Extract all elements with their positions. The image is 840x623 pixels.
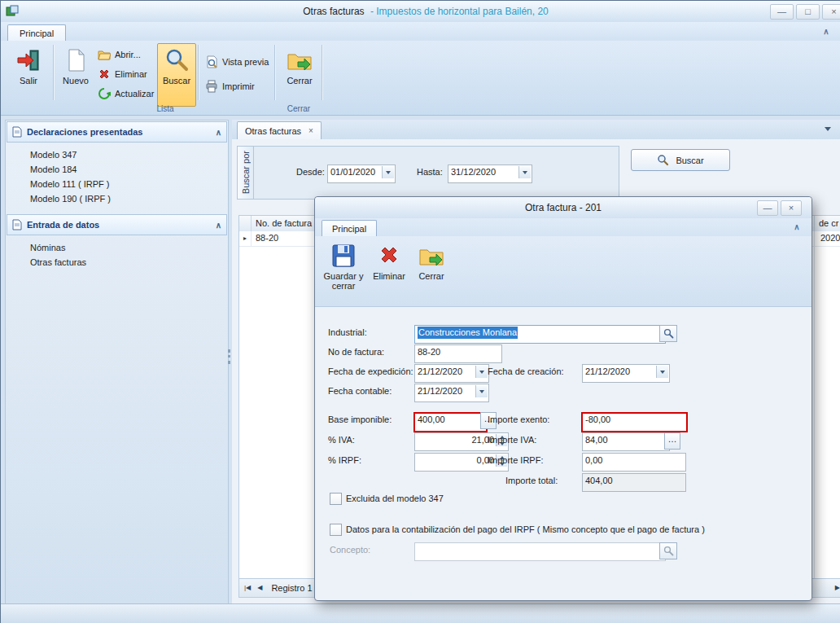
dialog-title-bar: Otra factura - 201 — × xyxy=(315,197,812,219)
eliminar-icon xyxy=(377,243,401,269)
datos-irpf-checkbox[interactable] xyxy=(330,524,342,536)
abrir-button[interactable]: Abrir... xyxy=(95,46,143,64)
record-count-label: Registro 1 d xyxy=(271,583,319,593)
vista-previa-label: Vista previa xyxy=(222,57,269,67)
maximize-icon[interactable]: □ xyxy=(796,4,820,20)
industrial-selected-text: Construcciones Monlana xyxy=(418,327,518,339)
abrir-label: Abrir... xyxy=(115,50,141,59)
concepto-label: Concepto: xyxy=(330,542,370,558)
importe-exento-input[interactable]: -80,00 xyxy=(581,412,688,432)
magnifier-icon xyxy=(663,328,674,339)
section-entrada-header[interactable]: Entrada de datos ∧ xyxy=(7,214,227,235)
dialog-title: Otra factura - 201 xyxy=(315,202,812,213)
dialog-tab-principal[interactable]: Principal xyxy=(322,220,377,237)
fecha-contable-dropdown-icon[interactable] xyxy=(475,385,488,397)
dialog-eliminar-button[interactable]: Eliminar xyxy=(369,240,409,305)
grid-indicator-header xyxy=(239,216,252,232)
fecha-creacion-dropdown-icon[interactable] xyxy=(656,366,668,378)
dialog-cerrar-label: Cerrar xyxy=(418,271,444,281)
vista-previa-button[interactable]: Vista previa xyxy=(203,53,271,71)
importe-iva-ellipsis-button[interactable]: … xyxy=(664,432,680,450)
eliminar-button[interactable]: Eliminar xyxy=(95,65,150,83)
industrial-input[interactable]: Construcciones Monlana xyxy=(414,325,666,344)
base-imponible-input[interactable]: 400,00 xyxy=(413,412,488,432)
fecha-contable-label: Fecha contable: xyxy=(328,384,392,399)
base-imponible-label: Base imponible: xyxy=(328,412,392,428)
nav-first-icon[interactable]: |◀ xyxy=(242,581,253,594)
actualizar-button[interactable]: Actualizar xyxy=(95,85,156,103)
search-filter-panel: Desde: 01/01/2020 Hasta: 31/12/2020 xyxy=(253,146,619,200)
hasta-label: Hasta: xyxy=(417,165,443,180)
tab-list-dropdown-icon[interactable] xyxy=(825,127,831,131)
collapse-icon[interactable]: ∧ xyxy=(216,128,221,137)
no-factura-input[interactable]: 88-20 xyxy=(414,344,502,363)
minimize-icon[interactable]: — xyxy=(770,4,794,20)
collapse-icon[interactable]: ∧ xyxy=(216,221,221,230)
document-tab-strip: Otras facturas × xyxy=(232,120,840,140)
buscar-por-panel-tab[interactable]: Buscar por xyxy=(237,146,255,200)
industrial-label: Industrial: xyxy=(328,325,367,340)
nav-prev-icon[interactable]: ◀ xyxy=(255,581,265,594)
hasta-date-input[interactable]: 31/12/2020 xyxy=(448,165,532,183)
importe-irpf-label: Importe IRPF: xyxy=(488,453,543,468)
buscar-por-label: Buscar por xyxy=(241,151,251,194)
cerrar-button[interactable]: Cerrar xyxy=(279,43,320,107)
fecha-expedicion-input[interactable]: 21/12/2020 xyxy=(414,364,489,383)
fecha-expedicion-dropdown-icon[interactable] xyxy=(475,366,488,378)
dialog-tab-strip: Principal ∧ xyxy=(315,218,812,236)
scroll-right-icon[interactable]: ▶ xyxy=(833,581,840,594)
importe-irpf-input[interactable]: 0,00 xyxy=(582,453,686,472)
dialog-toolbar: Guardar y cerrar Eliminar Cerrar xyxy=(315,236,812,307)
close-icon[interactable]: × xyxy=(822,4,840,20)
grid-column-line xyxy=(814,231,815,578)
importe-iva-input[interactable]: 84,00 xyxy=(582,432,670,451)
industrial-lookup-button[interactable] xyxy=(659,325,677,342)
desde-label: Desde: xyxy=(296,165,325,180)
sidebar-item-modelo-190[interactable]: Modelo 190 ( IRPF ) xyxy=(30,191,111,206)
sidebar-item-modelo-347[interactable]: Modelo 347 xyxy=(30,147,77,162)
hasta-dropdown-icon[interactable] xyxy=(518,166,531,178)
ribbon-collapse-icon[interactable]: ∧ xyxy=(820,25,833,38)
guardar-cerrar-button[interactable]: Guardar y cerrar xyxy=(322,240,365,305)
sidebar-item-otras-facturas[interactable]: Otras facturas xyxy=(30,255,86,270)
dialog-collapse-icon[interactable]: ∧ xyxy=(790,221,803,234)
imprimir-button[interactable]: Imprimir xyxy=(203,77,257,95)
dialog-cerrar-button[interactable]: Cerrar xyxy=(413,240,450,305)
importe-total-readonly: 404,00 xyxy=(582,473,686,492)
salir-icon xyxy=(15,47,42,73)
otra-factura-dialog: Otra factura - 201 — × Principal ∧ Guard… xyxy=(314,196,812,601)
fecha-expedicion-label: Fecha de expedición: xyxy=(328,364,413,380)
pct-irpf-label: % IRPF: xyxy=(328,453,361,468)
tab-otras-facturas[interactable]: Otras facturas × xyxy=(237,121,322,140)
document-icon xyxy=(12,126,22,138)
sidebar-item-modelo-111[interactable]: Modelo 111 ( IRPF ) xyxy=(30,177,109,191)
dialog-close-icon[interactable]: × xyxy=(781,200,802,216)
status-bar xyxy=(1,603,840,623)
nuevo-button[interactable]: Nuevo xyxy=(56,43,95,107)
desde-date-input[interactable]: 01/01/2020 xyxy=(327,165,396,183)
importe-iva-label: Importe IVA: xyxy=(488,432,536,448)
window-title-subtitle: - Impuestos de horizontal para Bailén, 2… xyxy=(370,6,549,17)
excluida-checkbox[interactable] xyxy=(330,493,342,505)
dialog-eliminar-label: Eliminar xyxy=(373,271,405,281)
magnifier-icon xyxy=(657,154,669,166)
importe-exento-label: Importe exento: xyxy=(488,412,549,428)
salir-button[interactable]: Salir xyxy=(7,43,50,107)
sidebar-item-nominas[interactable]: Nóminas xyxy=(30,240,65,255)
importe-total-label: Importe total: xyxy=(505,473,558,489)
fecha-contable-input[interactable]: 21/12/2020 xyxy=(414,384,489,402)
eliminar-icon xyxy=(98,68,111,81)
tab-close-icon[interactable]: × xyxy=(308,127,313,135)
nuevo-label: Nuevo xyxy=(63,76,89,86)
dialog-minimize-icon[interactable]: — xyxy=(757,200,778,216)
concepto-input xyxy=(414,542,666,561)
buscar-button[interactable]: Buscar xyxy=(157,43,196,107)
buscar-search-button[interactable]: Buscar xyxy=(631,149,730,171)
sidebar-item-modelo-184[interactable]: Modelo 184 xyxy=(30,162,77,177)
section-declaraciones-header[interactable]: Declaraciones presentadas ∧ xyxy=(7,121,227,143)
cerrar-icon xyxy=(418,243,444,269)
desde-dropdown-icon[interactable] xyxy=(382,166,394,178)
tab-principal[interactable]: Principal xyxy=(7,24,66,42)
grid-header-fragment[interactable]: de cr xyxy=(819,216,838,230)
fecha-creacion-input[interactable]: 21/12/2020 xyxy=(582,364,670,383)
